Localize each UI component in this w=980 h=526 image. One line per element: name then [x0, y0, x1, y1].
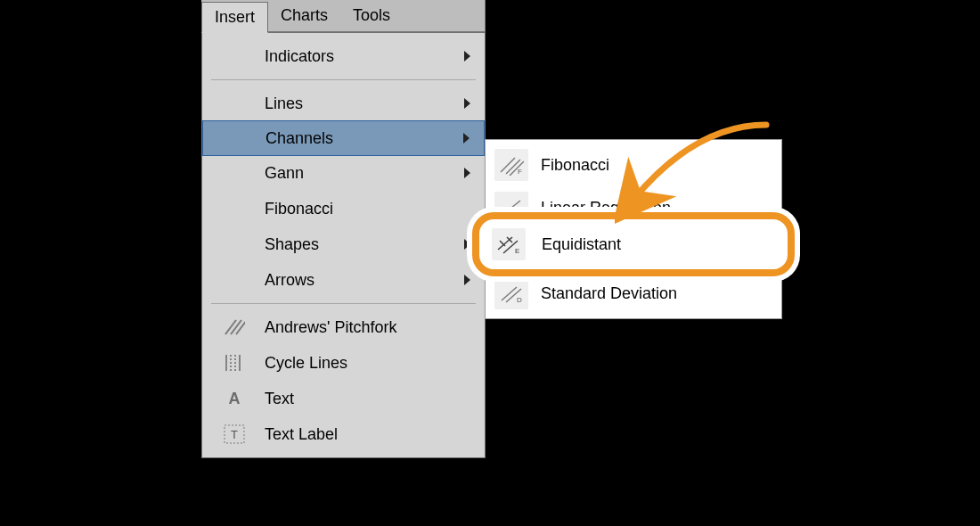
- submenu-item-label: Standard Deviation: [541, 284, 677, 303]
- svg-line-20: [502, 287, 517, 300]
- svg-text:F: F: [518, 168, 522, 176]
- menu-tab-label: Insert: [215, 8, 255, 27]
- screenshot-root: Insert Charts Tools Indicators Lines Cha…: [0, 0, 980, 526]
- menu-tab-insert[interactable]: Insert: [201, 2, 268, 33]
- menu-item-label: Gann: [265, 164, 464, 183]
- menu-item-arrows[interactable]: Arrows: [202, 262, 485, 298]
- svg-text:T: T: [231, 428, 238, 441]
- menu-item-label: Channels: [265, 129, 463, 148]
- chevron-right-icon: [463, 133, 470, 144]
- pitchfork-icon: [222, 316, 247, 338]
- menu-item-andrews-pitchfork[interactable]: Andrews' Pitchfork: [202, 309, 485, 345]
- menu-item-label: Cycle Lines: [265, 354, 470, 373]
- svg-line-1: [231, 320, 241, 334]
- chevron-right-icon: [464, 168, 470, 178]
- menu-separator: [211, 79, 476, 80]
- channel-standard-deviation-icon: D: [494, 277, 528, 309]
- menubar: Insert Charts Tools: [201, 0, 486, 32]
- menu-item-label: Fibonacci: [265, 200, 470, 218]
- svg-text:D: D: [517, 296, 522, 304]
- menu-item-label: Indicators: [265, 47, 464, 66]
- channel-equidistant-icon: E: [492, 228, 526, 260]
- cycle-lines-icon: [222, 352, 247, 374]
- menu-tab-label: Tools: [353, 6, 390, 25]
- svg-line-0: [225, 320, 236, 334]
- menu-item-label: Text: [265, 390, 470, 408]
- menu-item-shapes[interactable]: Shapes: [202, 226, 485, 262]
- menu-item-text-label[interactable]: T Text Label: [202, 416, 485, 452]
- chevron-right-icon: [464, 275, 470, 285]
- chevron-right-icon: [464, 51, 470, 62]
- menu-tab-tools[interactable]: Tools: [340, 0, 403, 31]
- submenu-item-label: Fibonacci: [541, 156, 609, 175]
- submenu-item-fibonacci[interactable]: F Fibonacci: [486, 144, 781, 186]
- menu-item-label: Shapes: [265, 235, 464, 254]
- text-label-icon: T: [222, 423, 247, 445]
- svg-text:E: E: [515, 247, 519, 255]
- channel-fibonacci-icon: F: [494, 149, 528, 181]
- chevron-right-icon: [464, 98, 470, 109]
- menu-item-cycle-lines[interactable]: Cycle Lines: [202, 345, 485, 381]
- menu-item-indicators[interactable]: Indicators: [202, 38, 485, 74]
- menu-item-label: Text Label: [265, 425, 470, 444]
- menu-tab-label: Charts: [281, 6, 328, 25]
- menu-separator: [211, 303, 476, 304]
- menu-item-label: Andrews' Pitchfork: [265, 318, 470, 337]
- menu-item-label: Arrows: [265, 271, 464, 290]
- highlight-label: Equidistant: [542, 235, 621, 254]
- highlight-callout: E Equidistant: [472, 212, 795, 276]
- menu-item-label: Lines: [265, 95, 464, 113]
- menu-item-channels[interactable]: Channels: [202, 120, 485, 156]
- svg-line-9: [501, 158, 515, 172]
- menu-item-fibonacci[interactable]: Fibonacci: [202, 191, 485, 226]
- text-a-icon: A: [222, 388, 247, 409]
- menu-tab-charts[interactable]: Charts: [268, 0, 340, 31]
- menu-item-text[interactable]: A Text: [202, 381, 485, 416]
- menu-item-gann[interactable]: Gann: [202, 155, 485, 191]
- menu-item-lines[interactable]: Lines: [202, 86, 485, 121]
- insert-dropdown: Indicators Lines Channels Gann Fibonacci…: [201, 32, 486, 458]
